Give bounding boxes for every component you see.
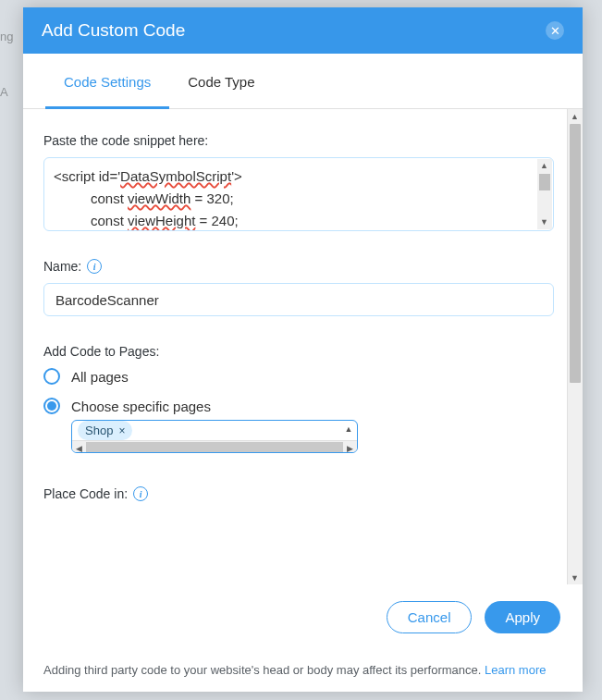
modal-body: Paste the code snippet here: <script id=… <box>23 109 567 584</box>
tab-bar: Code Settings Code Type <box>23 54 583 109</box>
page-tag-label: Shop <box>85 424 113 437</box>
info-icon[interactable]: i <box>87 259 102 274</box>
code-scrollbar[interactable]: ▲ ▼ <box>537 159 552 229</box>
place-code-section: Place Code in: i <box>43 486 547 501</box>
scroll-up-icon[interactable]: ▲ <box>568 109 582 123</box>
modal-header: Add Custom Code ✕ <box>23 7 583 54</box>
modal-title: Add Custom Code <box>42 20 185 41</box>
radio-all-pages-row[interactable]: All pages <box>43 368 547 385</box>
radio-specific-pages-row[interactable]: Choose specific pages <box>43 398 547 414</box>
name-input[interactable] <box>43 283 554 316</box>
tab-code-settings[interactable]: Code Settings <box>45 54 169 109</box>
name-label: Name: i <box>43 259 547 274</box>
place-code-label: Place Code in: i <box>43 486 547 501</box>
bg-fragment: A <box>0 85 8 99</box>
radio-all-pages[interactable] <box>43 368 60 385</box>
name-section: Name: i <box>43 259 547 316</box>
add-to-pages-label: Add Code to Pages: <box>43 344 547 359</box>
cancel-button[interactable]: Cancel <box>387 601 473 633</box>
bg-fragment: ng <box>0 30 13 43</box>
apply-button[interactable]: Apply <box>485 601 560 633</box>
scroll-up-icon[interactable]: ▲ <box>537 159 551 173</box>
code-snippet-section: Paste the code snippet here: <script id=… <box>43 133 547 231</box>
add-custom-code-modal: Add Custom Code ✕ Code Settings Code Typ… <box>23 7 583 692</box>
modal-footer: Cancel Apply <box>23 584 583 650</box>
learn-more-link[interactable]: Learn more <box>485 663 546 677</box>
tag-hscrollbar[interactable]: ◀ ▶ <box>72 440 357 453</box>
info-icon[interactable]: i <box>133 486 148 501</box>
scroll-thumb[interactable] <box>570 124 581 383</box>
radio-specific-pages[interactable] <box>43 398 60 414</box>
code-snippet-label: Paste the code snippet here: <box>43 133 547 148</box>
scroll-thumb[interactable] <box>539 174 550 190</box>
scroll-right-icon[interactable]: ▶ <box>343 441 357 453</box>
close-icon: ✕ <box>550 24 560 38</box>
scroll-down-icon[interactable]: ▼ <box>537 215 551 229</box>
radio-all-pages-label: All pages <box>71 369 129 385</box>
scroll-left-icon[interactable]: ◀ <box>72 441 86 453</box>
tab-code-type[interactable]: Code Type <box>169 54 273 109</box>
close-button[interactable]: ✕ <box>546 21 564 40</box>
remove-tag-icon[interactable]: × <box>118 424 125 437</box>
chevron-up-icon[interactable]: ▲ <box>342 423 355 436</box>
code-line-2: const viewWidth = 320; <box>54 188 544 210</box>
code-snippet-input[interactable]: <script id='DataSymbolScript'> const vie… <box>43 157 554 231</box>
code-line-3: const viewHeight = 240; <box>54 210 544 231</box>
footer-note: Adding third party code to your website'… <box>23 650 583 692</box>
page-tag: Shop × <box>78 421 132 440</box>
scroll-down-icon[interactable]: ▼ <box>568 571 582 584</box>
code-line-1: <script id='DataSymbolScript'> <box>54 166 544 188</box>
hscroll-thumb[interactable] <box>86 442 343 454</box>
add-to-pages-section: Add Code to Pages: All pages Choose spec… <box>43 344 547 453</box>
radio-specific-pages-label: Choose specific pages <box>71 399 211 414</box>
pages-tag-select[interactable]: Shop × ▲ ◀ ▶ <box>71 420 358 453</box>
body-scrollbar[interactable]: ▲ ▼ <box>567 109 583 584</box>
